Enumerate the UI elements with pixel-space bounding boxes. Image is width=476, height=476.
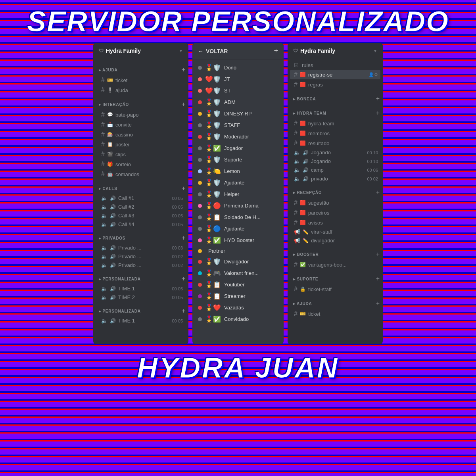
add-ajuda-right-button[interactable]: + xyxy=(376,300,380,307)
roles-list: 🎖️🛡️ Dono ❤️🛡️ JT ❤️🛡️ ST 🎖️🛡️ ADM xyxy=(192,60,284,344)
role-convidado[interactable]: 🎖️✅ Convidado xyxy=(192,313,284,325)
role-streamer[interactable]: 🎖️📋 Streamer xyxy=(192,290,284,302)
add-interacao-button[interactable]: + xyxy=(182,101,185,108)
channel-privado3[interactable]: 🔈 🔊 Privado ... 00 02 xyxy=(96,261,186,269)
add-hydra-team-button[interactable]: + xyxy=(376,109,380,117)
channel-camp[interactable]: 🔈 🔊 camp 00 06 xyxy=(290,166,380,174)
channel-ticket[interactable]: # 🎫 ticket xyxy=(96,75,186,85)
category-interacao[interactable]: ▸ INTERAÇÃO + xyxy=(93,95,188,109)
category-personalizada2[interactable]: ▸ PERSONALIZADA + xyxy=(93,302,188,316)
channel-avisos[interactable]: # 🟥 avisos xyxy=(290,218,380,227)
role-ajudante2[interactable]: 🎖️🔵 Ajudante xyxy=(192,223,284,234)
right-panel-header[interactable]: 🛡 Hydra Family ▼ xyxy=(288,43,383,59)
add-privados-button[interactable]: + xyxy=(182,234,185,242)
role-helper[interactable]: 🎖️🛡️ Helper xyxy=(192,188,284,200)
channel-cassino[interactable]: # 🎰 cassino xyxy=(96,130,186,139)
role-vazadas[interactable]: 🎖️❤️ Vazadas xyxy=(192,302,284,313)
channel-vantagens[interactable]: # ✅ vantagens-boo... xyxy=(290,260,380,269)
channel-privado1[interactable]: 🔈 🔊 Privado ... 00 03 xyxy=(96,244,186,252)
add-personalizada2-button[interactable]: + xyxy=(182,307,185,315)
channel-sorteio[interactable]: # 🎁 sorteio xyxy=(96,159,186,169)
channel-privado-r[interactable]: 🔈 🔊 privado 00 02 xyxy=(290,175,380,183)
role-dinesy[interactable]: 🎖️🛡️ DINESY-RP xyxy=(192,108,284,119)
channel-divulgador[interactable]: 📢 ✏️ divulgador xyxy=(290,236,380,245)
channel-postei[interactable]: # 📋 postei xyxy=(96,140,186,149)
category-boneca[interactable]: ▸ BONECA + xyxy=(288,90,383,104)
channel-comandos[interactable]: # 🤖 comandos xyxy=(96,169,186,179)
category-suporte[interactable]: ▸ SUPORTE + xyxy=(288,270,383,284)
role-youtuber[interactable]: 🎖️📋 Youtuber xyxy=(192,279,284,290)
channel-virar-staff[interactable]: 📢 ✏️ virar-staff xyxy=(290,228,380,236)
right-panel-content: ☑ rules # 🟥 registre-se 👤⚙ # 🟥 regras xyxy=(288,59,383,344)
chevron-down-icon-right: ▼ xyxy=(373,49,377,53)
channel-call3[interactable]: 🔈 🔊 Call #3 00 05 xyxy=(96,211,186,220)
role-jogador[interactable]: 🎖️✅ Jogador xyxy=(192,142,284,154)
role-ajudante[interactable]: 🎖️🛡️ Ajudante xyxy=(192,177,284,188)
channel-regras[interactable]: # 🟥 regras xyxy=(290,80,380,89)
channel-membros[interactable]: # 🟥 membros xyxy=(290,129,380,138)
add-role-button[interactable]: + xyxy=(274,47,278,55)
channel-ticket-right[interactable]: # 🎫 ticket xyxy=(290,309,380,319)
role-soldado[interactable]: 🎖️📋 Soldado De H... xyxy=(192,211,284,223)
category-calls[interactable]: ▸ CALLS + xyxy=(93,179,188,194)
right-panel: 🛡 Hydra Family ▼ ☑ rules # 🟥 registre-se… xyxy=(288,43,383,344)
role-dono[interactable]: 🎖️🛡️ Dono xyxy=(192,62,284,73)
role-partner[interactable]: Partner xyxy=(192,246,284,256)
left-panel-content: ▸ AJUDA + # 🎫 ticket # ❕ ajuda ▸ INTERAÇ… xyxy=(93,59,188,344)
role-jt[interactable]: ❤️🛡️ JT xyxy=(192,73,284,85)
role-lemon[interactable]: 🎖️🍋 Lemon xyxy=(192,165,284,177)
right-server-name: Hydra Family xyxy=(300,48,335,54)
channel-registre-se[interactable]: # 🟥 registre-se 👤⚙ xyxy=(290,70,380,79)
add-personalizada1-button[interactable]: + xyxy=(182,275,185,282)
channel-bate-papo[interactable]: # 💬 bate-papo xyxy=(96,110,186,119)
channel-ajuda[interactable]: # ❕ ajuda xyxy=(96,85,186,95)
page-title: SERVIDOR PERSONALIZADO xyxy=(27,7,449,36)
channel-hydra-team[interactable]: # 🟥 hydra-team xyxy=(290,119,380,128)
category-personalizada1[interactable]: ▸ PERSONALIZADA + xyxy=(93,270,188,284)
role-hyd-booster[interactable]: 🎖️✅ HYD Booster xyxy=(192,234,284,246)
channel-convite[interactable]: # 📩 convite xyxy=(96,120,186,129)
middle-panel-header: ← VOLTAR + xyxy=(192,43,284,60)
role-adm[interactable]: 🎖️🛡️ ADM xyxy=(192,96,284,108)
category-recepcao[interactable]: ▸ RECEPÇÃO + xyxy=(288,183,383,198)
channel-time1b[interactable]: 🔈 🔊 TIME 1 00 05 xyxy=(96,317,186,325)
channel-privado2[interactable]: 🔈 🔊 Privado ... 00 02 xyxy=(96,252,186,261)
channel-time1[interactable]: 🔈 🔊 TIME 1 00 05 xyxy=(96,284,186,293)
channel-time2[interactable]: 🔈 🔊 TIME 2 00 05 xyxy=(96,293,186,301)
channel-jogando1[interactable]: 🔈 🔊 Jogando 00 10 xyxy=(290,148,380,157)
channel-parceiros[interactable]: # 🟥 parceiros xyxy=(290,208,380,217)
role-primeira-dama[interactable]: 🎖️🔴 Primeira Dama xyxy=(192,200,284,211)
role-moderador[interactable]: 🎖️🛡️ Moderador xyxy=(192,131,284,142)
channel-clips[interactable]: # 🎬 clips xyxy=(96,150,186,159)
add-recepcao-button[interactable]: + xyxy=(376,189,380,196)
channel-ticket-staff[interactable]: # 🔒 ticket-staff xyxy=(290,284,380,294)
category-ajuda[interactable]: ▸ AJUDA + xyxy=(93,61,188,75)
back-arrow-icon: ← xyxy=(198,48,203,54)
category-booster[interactable]: ▸ BOOSTER + xyxy=(288,245,383,259)
channel-call4[interactable]: 🔈 🔊 Call #4 00 05 xyxy=(96,220,186,228)
add-boneca-button[interactable]: + xyxy=(376,95,380,102)
left-server-name: Hydra Family xyxy=(106,48,141,54)
back-button[interactable]: ← VOLTAR xyxy=(198,48,228,54)
channel-call2[interactable]: 🔈 🔊 Call #2 00 05 xyxy=(96,203,186,211)
role-staff[interactable]: 🎖️🛡️ STAFF xyxy=(192,119,284,131)
channel-sugestao[interactable]: # 🟥 sugestão xyxy=(290,198,380,207)
category-ajuda-right[interactable]: ▸ AJUDA + xyxy=(288,294,383,309)
category-privados[interactable]: ▸ PRIVADOS + xyxy=(93,229,188,243)
category-hydra-team[interactable]: ▸ HYDRA TEAM + xyxy=(288,104,383,118)
add-ajuda-button[interactable]: + xyxy=(182,66,185,73)
add-calls-button[interactable]: + xyxy=(182,185,185,192)
role-st[interactable]: ❤️🛡️ ST xyxy=(192,85,284,96)
channel-rules[interactable]: ☑ rules xyxy=(290,61,380,69)
left-panel-header[interactable]: 🛡 Hydra Family ▼ xyxy=(93,43,188,59)
add-booster-button[interactable]: + xyxy=(376,251,380,258)
channel-call1[interactable]: 🔈 🔊 Call #1 00 05 xyxy=(96,194,186,202)
role-valorant[interactable]: 🎖️🎮 Valorant frien... xyxy=(192,267,284,279)
channel-resultado[interactable]: # 🟥 resultado xyxy=(290,138,380,148)
shield-icon: 🛡 xyxy=(99,48,104,54)
role-divulgador[interactable]: 🎖️🛡️ Divulgador xyxy=(192,256,284,267)
role-suporte[interactable]: 🎖️🛡️ Suporte xyxy=(192,154,284,165)
channel-jogando2[interactable]: 🔈 🔊 Jogando 00 10 xyxy=(290,157,380,165)
left-panel: 🛡 Hydra Family ▼ ▸ AJUDA + # 🎫 ticket # xyxy=(93,43,188,344)
add-suporte-button[interactable]: + xyxy=(376,275,380,282)
